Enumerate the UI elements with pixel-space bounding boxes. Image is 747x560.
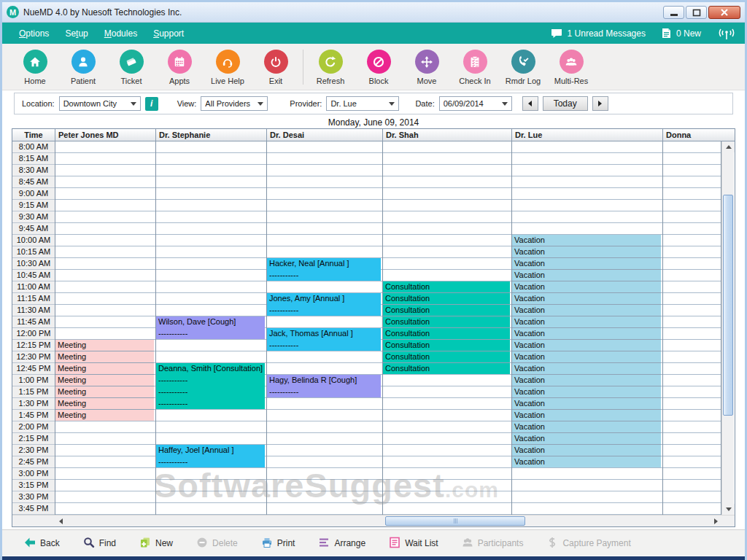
live-help-button[interactable]: Live Help — [204, 48, 252, 85]
empty-slot[interactable] — [663, 328, 721, 340]
find-button[interactable]: Find — [74, 533, 125, 553]
empty-slot[interactable] — [383, 200, 511, 211]
empty-slot[interactable] — [512, 211, 662, 223]
view-select[interactable]: All Providers — [201, 96, 268, 111]
move-button[interactable]: Move — [403, 48, 451, 85]
empty-slot[interactable] — [663, 141, 721, 153]
empty-slot[interactable] — [156, 468, 266, 480]
appointment-vacation[interactable]: VacationVacationVacationVacationVacation… — [512, 235, 661, 467]
empty-slot[interactable] — [55, 153, 155, 165]
date-select[interactable]: 06/09/2014 — [439, 96, 512, 111]
empty-slot[interactable] — [512, 491, 662, 503]
empty-slot[interactable] — [55, 468, 155, 480]
empty-slot[interactable] — [55, 305, 155, 316]
empty-slot[interactable] — [383, 223, 511, 235]
empty-slot[interactable] — [55, 281, 155, 293]
empty-slot[interactable] — [267, 153, 382, 165]
empty-slot[interactable] — [663, 153, 721, 165]
empty-slot[interactable] — [55, 491, 155, 503]
empty-slot[interactable] — [512, 223, 662, 235]
empty-slot[interactable] — [663, 258, 721, 270]
empty-slot[interactable] — [383, 386, 511, 398]
empty-slot[interactable] — [55, 141, 155, 153]
empty-slot[interactable] — [267, 281, 382, 293]
empty-slot[interactable] — [663, 340, 721, 351]
empty-slot[interactable] — [267, 176, 382, 188]
empty-slot[interactable] — [383, 398, 511, 410]
empty-slot[interactable] — [383, 270, 511, 281]
empty-slot[interactable] — [156, 153, 266, 165]
empty-slot[interactable] — [383, 421, 511, 433]
empty-slot[interactable] — [55, 246, 155, 258]
scroll-right-button[interactable] — [711, 516, 721, 526]
empty-slot[interactable] — [383, 491, 511, 503]
empty-slot[interactable] — [267, 316, 382, 328]
ticket-button[interactable]: Ticket — [107, 48, 155, 85]
empty-slot[interactable] — [663, 188, 721, 200]
rmdr-log-button[interactable]: Rmdr Log — [499, 48, 547, 85]
empty-slot[interactable] — [156, 165, 266, 176]
signal-icon[interactable] — [717, 27, 736, 40]
location-select[interactable]: Downtown City — [59, 96, 141, 111]
empty-slot[interactable] — [383, 153, 511, 165]
empty-slot[interactable] — [663, 456, 721, 468]
empty-slot[interactable] — [55, 258, 155, 270]
maximize-button[interactable] — [686, 6, 707, 19]
empty-slot[interactable] — [156, 141, 266, 153]
empty-slot[interactable] — [383, 456, 511, 468]
print-button[interactable]: Print — [252, 533, 304, 553]
empty-slot[interactable] — [267, 223, 382, 235]
empty-slot[interactable] — [663, 433, 721, 445]
empty-slot[interactable] — [55, 421, 155, 433]
block-button[interactable]: Block — [355, 48, 403, 85]
empty-slot[interactable] — [156, 340, 266, 351]
empty-slot[interactable] — [156, 211, 266, 223]
empty-slot[interactable] — [512, 503, 662, 515]
horizontal-scrollbar[interactable] — [12, 515, 735, 526]
empty-slot[interactable] — [156, 503, 266, 515]
today-button[interactable]: Today — [543, 96, 588, 111]
vertical-scrollbar[interactable] — [721, 141, 734, 515]
empty-slot[interactable] — [512, 153, 662, 165]
multi-res-button[interactable]: Multi-Res — [547, 48, 595, 85]
empty-slot[interactable] — [267, 211, 382, 223]
empty-slot[interactable] — [663, 351, 721, 363]
empty-slot[interactable] — [383, 503, 511, 515]
empty-slot[interactable] — [663, 316, 721, 328]
empty-slot[interactable] — [156, 421, 266, 433]
empty-slot[interactable] — [55, 328, 155, 340]
empty-slot[interactable] — [383, 258, 511, 270]
wait-list-button[interactable]: Wait List — [380, 533, 447, 553]
unread-messages[interactable]: 1 Unread Messages — [551, 28, 646, 39]
empty-slot[interactable] — [156, 246, 266, 258]
empty-slot[interactable] — [156, 188, 266, 200]
empty-slot[interactable] — [383, 211, 511, 223]
appointment-annual[interactable]: Hacker, Neal [Annual ]----------- — [267, 258, 381, 281]
empty-slot[interactable] — [267, 141, 382, 153]
empty-slot[interactable] — [663, 398, 721, 410]
empty-slot[interactable] — [267, 200, 382, 211]
patient-button[interactable]: Patient — [59, 48, 107, 85]
empty-slot[interactable] — [663, 386, 721, 398]
empty-slot[interactable] — [55, 293, 155, 305]
appts-button[interactable]: Appts — [155, 48, 204, 85]
empty-slot[interactable] — [663, 176, 721, 188]
empty-slot[interactable] — [55, 445, 155, 456]
back-button[interactable]: Back — [15, 533, 69, 553]
empty-slot[interactable] — [156, 410, 266, 421]
empty-slot[interactable] — [663, 223, 721, 235]
empty-slot[interactable] — [55, 165, 155, 176]
empty-slot[interactable] — [267, 410, 382, 421]
empty-slot[interactable] — [156, 258, 266, 270]
refresh-button[interactable]: Refresh — [306, 48, 355, 85]
empty-slot[interactable] — [55, 235, 155, 246]
empty-slot[interactable] — [156, 293, 266, 305]
empty-slot[interactable] — [267, 165, 382, 176]
empty-slot[interactable] — [156, 235, 266, 246]
empty-slot[interactable] — [383, 235, 511, 246]
empty-slot[interactable] — [55, 211, 155, 223]
empty-slot[interactable] — [383, 246, 511, 258]
empty-slot[interactable] — [663, 200, 721, 211]
empty-slot[interactable] — [383, 165, 511, 176]
empty-slot[interactable] — [383, 188, 511, 200]
